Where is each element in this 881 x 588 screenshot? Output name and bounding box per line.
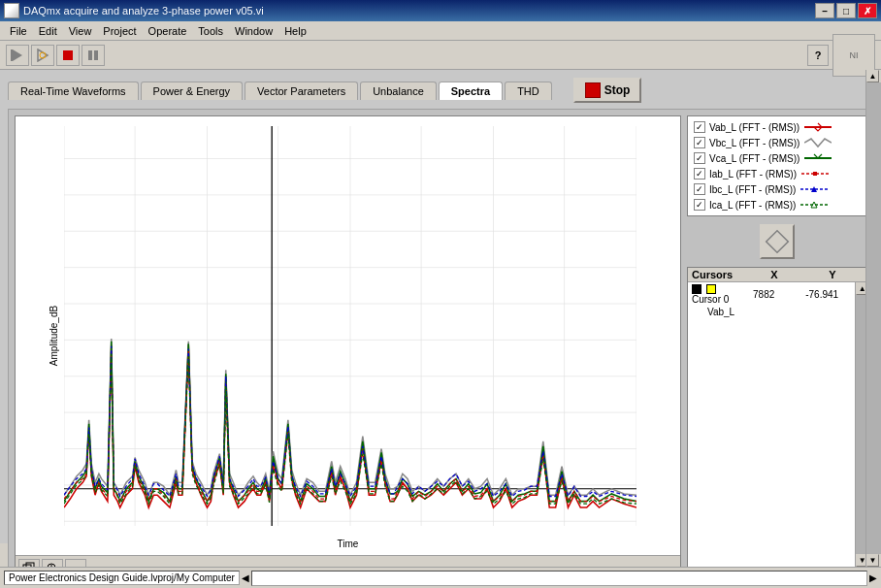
app-icon <box>4 3 19 18</box>
main-scroll-track <box>866 82 881 554</box>
menu-window[interactable]: Window <box>229 24 278 38</box>
legend-check-vbc[interactable]: ✓ <box>694 137 705 148</box>
cursor-subrow-0: Vab_L <box>688 306 855 318</box>
cursor-col-name: Cursors <box>692 269 745 280</box>
menu-file[interactable]: File <box>4 24 33 38</box>
svg-rect-4 <box>63 50 73 60</box>
stop-icon <box>585 82 601 98</box>
content-area: Amplitude_dB Time <box>8 109 873 588</box>
legend-label-vca: Vca_L (FFT - (RMS)) <box>709 153 799 164</box>
main-area: Real-Time Waveforms Power & Energy Vecto… <box>0 70 881 543</box>
chart-svg: 20 10 0 -10 -20 -30 -40 -50 -60 -70 -80 … <box>64 126 636 526</box>
svg-rect-64 <box>766 231 788 253</box>
main-scroll-up[interactable]: ▲ <box>866 70 879 82</box>
legend-item-vca: ✓ Vca_L (FFT - (RMS)) <box>692 151 862 165</box>
svg-rect-59 <box>813 172 817 176</box>
menu-help[interactable]: Help <box>278 24 312 38</box>
legend-line-ibc <box>799 183 829 195</box>
tab-unbalance[interactable]: Unbalance <box>360 82 437 100</box>
tab-thd[interactable]: THD <box>505 82 552 100</box>
legend-item-vbc: ✓ Vbc_L (FFT - (RMS)) <box>692 136 862 149</box>
diamond-button[interactable] <box>760 224 795 259</box>
cursor-box: Cursors X Y Cursor 0 <box>687 267 866 582</box>
y-axis-label: Amplitude_dB <box>49 306 59 366</box>
toolbar: ? NI <box>0 41 881 70</box>
cursor-0-name: Cursor 0 <box>692 294 729 305</box>
pause-button[interactable] <box>82 45 105 66</box>
legend-check-ibc[interactable]: ✓ <box>694 183 705 195</box>
legend-label-vbc: Vbc_L (FFT - (RMS)) <box>709 138 799 148</box>
tabs-row: Real-Time Waveforms Power & Energy Vecto… <box>8 78 873 103</box>
close-button[interactable]: ✗ <box>858 3 877 18</box>
cursor-row-0: Cursor 0 7882 -76.941 <box>688 282 855 306</box>
cursor-table-body: Cursor 0 7882 -76.941 Vab_L <box>688 282 865 567</box>
cursor-col-x: X <box>745 269 803 280</box>
tab-spectra[interactable]: Spectra <box>439 82 503 100</box>
main-scroll-down[interactable]: ▼ <box>866 554 879 567</box>
tab-power-energy[interactable]: Power & Energy <box>141 82 243 100</box>
menu-tools[interactable]: Tools <box>192 24 229 38</box>
maximize-button[interactable]: □ <box>836 3 856 18</box>
legend-box: ✓ Vab_L (FFT - (RMS)) ✓ Vbc_L (FFT - (RM… <box>687 115 866 216</box>
menu-view[interactable]: View <box>63 24 98 38</box>
legend-check-vca[interactable]: ✓ <box>694 152 705 164</box>
legend-item-iab: ✓ Iab_L (FFT - (RMS)) <box>692 167 862 180</box>
right-panel: ✓ Vab_L (FFT - (RMS)) ✓ Vbc_L (FFT - (RM… <box>687 115 866 582</box>
legend-item-ica: ✓ Ica_L (FFT - (RMS)) <box>692 198 862 212</box>
cursor-0-y: -76.941 <box>793 289 851 300</box>
cursor-0-channel: Vab_L <box>707 307 734 317</box>
menu-project[interactable]: Project <box>97 24 142 38</box>
window-title: DAQmx acquire and analyze 3-phase power … <box>23 5 264 16</box>
status-arrow: ◀ <box>242 572 249 583</box>
cursor-indicator: Cursor 0 <box>692 283 734 305</box>
cursor-0-x: 7882 <box>734 289 793 300</box>
legend-check-iab[interactable]: ✓ <box>694 168 705 180</box>
svg-point-3 <box>40 52 46 58</box>
help-button[interactable]: ? <box>807 45 829 66</box>
legend-item-ibc: ✓ Ibc_L (FFT - (RMS)) <box>692 182 862 196</box>
legend-label-vab: Vab_L (FFT - (RMS)) <box>709 122 799 133</box>
status-bar: Power Electronics Design Guide.lvproj/My… <box>0 567 881 588</box>
tab-realtime[interactable]: Real-Time Waveforms <box>8 82 139 100</box>
main-scrollbar[interactable]: ▲ ▼ <box>865 70 881 567</box>
legend-line-iab <box>800 168 830 180</box>
stop-label: Stop <box>604 83 631 97</box>
legend-label-ica: Ica_L (FFT - (RMS)) <box>709 200 796 211</box>
svg-rect-6 <box>94 50 98 60</box>
status-path-text: Power Electronics Design Guide.lvproj/My… <box>9 572 235 583</box>
menu-operate[interactable]: Operate <box>143 24 193 38</box>
legend-line-vca <box>803 152 832 164</box>
svg-rect-5 <box>88 50 92 60</box>
legend-check-vab[interactable]: ✓ <box>694 121 705 133</box>
status-right-arrow: ▶ <box>869 572 877 583</box>
legend-item-vab: ✓ Vab_L (FFT - (RMS)) <box>692 120 862 134</box>
run-highlight-button[interactable] <box>31 45 54 66</box>
svg-marker-0 <box>13 49 22 61</box>
legend-label-iab: Iab_L (FFT - (RMS)) <box>709 169 797 180</box>
title-bar: DAQmx acquire and analyze 3-phase power … <box>0 0 881 21</box>
stop-toolbar-button[interactable] <box>56 45 80 66</box>
chart-inner: Amplitude_dB Time <box>16 116 680 555</box>
tab-vector-parameters[interactable]: Vector Parameters <box>245 82 358 100</box>
menu-bar: File Edit View Project Operate Tools Win… <box>0 21 881 41</box>
legend-label-ibc: Ibc_L (FFT - (RMS)) <box>709 184 796 195</box>
cursor-table-header: Cursors X Y <box>688 268 865 282</box>
chart-container: Amplitude_dB Time <box>15 115 681 582</box>
legend-line-vbc <box>803 137 832 148</box>
x-axis-label: Time <box>338 539 359 549</box>
legend-line-ica <box>799 199 829 211</box>
run-button[interactable] <box>6 45 29 66</box>
menu-edit[interactable]: Edit <box>33 24 63 38</box>
stop-button[interactable]: Stop <box>573 78 642 103</box>
cursor-col-y: Y <box>803 269 862 280</box>
status-path: Power Electronics Design Guide.lvproj/My… <box>4 571 240 585</box>
minimize-button[interactable]: – <box>815 3 834 18</box>
legend-check-ica[interactable]: ✓ <box>694 199 705 211</box>
legend-line-vab <box>803 121 832 133</box>
